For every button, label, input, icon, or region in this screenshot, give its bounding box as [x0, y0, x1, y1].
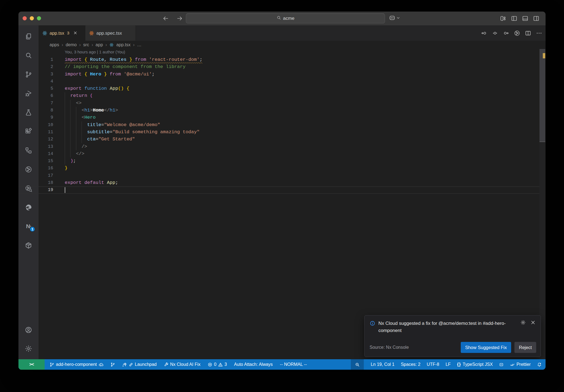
- status-vim-mode[interactable]: -- NORMAL --: [280, 362, 307, 367]
- reject-button[interactable]: Reject: [514, 342, 536, 353]
- zoom-window-button[interactable]: [37, 16, 41, 20]
- code-line-19[interactable]: 19: [18, 186, 539, 194]
- line-number: 8: [38, 107, 53, 114]
- dirty-count-badge: 3: [67, 31, 69, 36]
- status-problems[interactable]: 03: [208, 362, 227, 367]
- history-forward-icon[interactable]: [175, 14, 184, 23]
- package-explorer-icon[interactable]: [18, 241, 39, 250]
- customize-layout-icon[interactable]: [500, 15, 506, 22]
- split-editor-icon[interactable]: [525, 30, 531, 36]
- circle-line-icon[interactable]: [492, 30, 498, 36]
- desktop-background: acme N›1 app.tsx 3 app.spec.tsx apps›dem…: [0, 0, 564, 392]
- code-text: return (: [65, 92, 93, 99]
- close-window-button[interactable]: [23, 16, 27, 20]
- nx-console-icon[interactable]: N›1: [18, 222, 39, 231]
- breadcrumb-file[interactable]: app.tsx: [116, 42, 131, 47]
- cloud-upload-icon: [99, 362, 103, 367]
- notification-source: Source: Nx Console: [370, 345, 409, 350]
- copilot-menu[interactable]: [389, 15, 400, 21]
- code-line-14[interactable]: 14</>: [18, 150, 539, 157]
- code-line-12[interactable]: 12cta="Get Started": [18, 136, 539, 143]
- status-label: TypeScript JSX: [463, 362, 493, 367]
- status-label: Auto Attach: Always: [234, 362, 273, 367]
- breadcrumb-item[interactable]: src: [83, 42, 89, 47]
- status-prettier[interactable]: Prettier: [510, 362, 531, 367]
- remote-indicator[interactable]: ><: [18, 359, 45, 370]
- command-center-search[interactable]: acme: [186, 13, 385, 23]
- code-editor[interactable]: 1import { Route, Routes } from 'react-ro…: [18, 56, 539, 194]
- code-line-8[interactable]: 8<h1>Home</h1>: [18, 107, 539, 114]
- status-source-control-status[interactable]: [110, 362, 115, 367]
- code-line-13[interactable]: 13/>: [18, 143, 539, 150]
- scrollbar-slider[interactable]: [539, 49, 545, 142]
- code-line-11[interactable]: 11subtitle="Build something amazing toda…: [18, 129, 539, 136]
- status-copilot-status[interactable]: [499, 362, 504, 367]
- minimize-window-button[interactable]: [30, 16, 34, 20]
- status-label: Ln 19, Col 1: [371, 362, 394, 367]
- status-eol[interactable]: LF: [446, 362, 451, 367]
- show-suggested-fix-button[interactable]: Show Suggested Fix: [461, 342, 511, 353]
- explorer-icon[interactable]: [18, 32, 39, 41]
- status-cursor-position[interactable]: Ln 19, Col 1: [371, 362, 394, 367]
- more-actions-icon[interactable]: [536, 30, 542, 36]
- line-number: 6: [38, 92, 53, 99]
- code-line-18[interactable]: 18export default App;: [18, 179, 539, 186]
- breadcrumb-separator: ›: [133, 42, 135, 48]
- status-auto-attach[interactable]: Auto Attach: Always: [234, 362, 273, 367]
- code-line-16[interactable]: 16}: [18, 165, 539, 172]
- code-line-15[interactable]: 15);: [18, 157, 539, 165]
- status-zoom-indicator[interactable]: [351, 359, 364, 370]
- react-file-icon: [109, 43, 114, 47]
- nav-forward-circle-icon[interactable]: [503, 30, 509, 36]
- code-line-10[interactable]: 10title="Welcmoe @acme/demo": [18, 121, 539, 129]
- breadcrumb-separator: ›: [91, 42, 93, 48]
- layout-sidebar-right-icon[interactable]: [533, 15, 539, 22]
- code-line-3[interactable]: 3import { Hero } from '@acme/ui';: [18, 71, 539, 78]
- code-line-9[interactable]: 9<Hero: [18, 114, 539, 121]
- code-line-2[interactable]: 2// importing the component from the lib…: [18, 63, 539, 70]
- status-language-mode[interactable]: {}TypeScript JSX: [457, 362, 493, 367]
- notification-settings-gear-icon[interactable]: [520, 320, 526, 325]
- nx-badge: 1: [29, 226, 35, 232]
- history-back-icon[interactable]: [162, 14, 170, 23]
- code-line-17[interactable]: 17: [18, 172, 539, 179]
- tab-app-spec-tsx[interactable]: app.spec.tsx: [85, 25, 136, 41]
- edge-tools-icon[interactable]: [18, 203, 39, 212]
- close-tab-icon[interactable]: [73, 31, 78, 36]
- nav-back-circle-icon[interactable]: [481, 30, 487, 36]
- breadcrumb-item[interactable]: app: [96, 42, 103, 47]
- code-line-4[interactable]: 4: [18, 78, 539, 85]
- layout-panel-icon[interactable]: [522, 15, 528, 22]
- breadcrumb-more[interactable]: …: [137, 42, 142, 47]
- code-text: />: [65, 143, 87, 150]
- code-line-5[interactable]: 5export function App() {: [18, 85, 539, 92]
- tab-app-tsx[interactable]: app.tsx 3: [39, 25, 85, 41]
- code-text: export default App;: [65, 179, 118, 186]
- breadcrumb-item[interactable]: apps: [50, 42, 59, 47]
- status-encoding[interactable]: UTF-8: [427, 362, 439, 367]
- link-icon: [129, 362, 133, 367]
- warning-icon: [218, 362, 223, 367]
- chevron-down-icon: [396, 16, 400, 20]
- layout-sidebar-left-icon[interactable]: [511, 15, 517, 22]
- status-launchpad[interactable]: Launchpad: [122, 362, 157, 367]
- run-graph-icon[interactable]: [514, 30, 520, 36]
- status-git-branch-status[interactable]: add-hero-component: [50, 362, 103, 367]
- line-number: 2: [38, 63, 53, 70]
- tab-label: app.tsx: [50, 31, 64, 36]
- breadcrumb-item[interactable]: demo: [66, 42, 77, 47]
- git-blame-annotation[interactable]: You, 3 hours ago | 1 author (You): [65, 48, 125, 56]
- search-icon: [276, 15, 281, 21]
- status-notifications[interactable]: [537, 362, 542, 367]
- settings-icon[interactable]: [18, 344, 39, 353]
- status-nx-cloud-ai-fix[interactable]: Nx Cloud AI Fix: [164, 362, 200, 367]
- traffic-lights: [23, 16, 41, 20]
- code-line-7[interactable]: 7<>: [18, 100, 539, 107]
- accounts-icon[interactable]: [18, 325, 39, 334]
- code-line-1[interactable]: 1import { Route, Routes } from 'react-ro…: [18, 56, 539, 63]
- code-line-6[interactable]: 6return (: [18, 92, 539, 99]
- line-number: 10: [38, 121, 53, 129]
- status-indentation[interactable]: Spaces: 2: [401, 362, 420, 367]
- notification-close-icon[interactable]: [530, 320, 536, 325]
- status-bar: >< add-hero-componentLaunchpadNx Cloud A…: [18, 359, 546, 370]
